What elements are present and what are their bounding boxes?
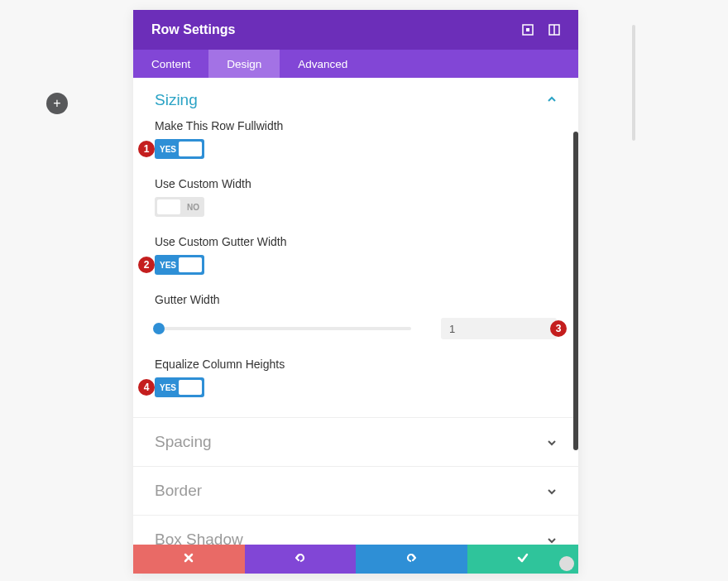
annotation-badge-1: 1 (138, 141, 155, 157)
field-equalize: Equalize Column Heights 4 YES (155, 358, 557, 397)
chevron-down-icon (547, 435, 557, 449)
chevron-down-icon (547, 533, 557, 545)
add-section-button[interactable]: + (46, 93, 68, 114)
section-title: Border (155, 482, 202, 500)
panel-scrollbar[interactable] (573, 132, 578, 450)
gutter-slider[interactable] (155, 327, 411, 330)
toggle-fullwidth[interactable]: YES (155, 139, 204, 159)
svg-rect-1 (526, 28, 529, 31)
toggle-knob (157, 199, 180, 214)
toggle-knob (179, 380, 202, 395)
toggle-label: YES (160, 383, 176, 392)
section-head-sizing[interactable]: Sizing (133, 78, 578, 116)
gutter-slider-row: 3 (155, 318, 557, 339)
toggle-custom-width[interactable]: NO (155, 197, 204, 217)
tab-design[interactable]: Design (208, 50, 280, 78)
field-custom-width: Use Custom Width NO (155, 177, 557, 217)
field-label: Use Custom Gutter Width (155, 235, 557, 248)
section-title: Sizing (155, 91, 198, 109)
header-icon-group (522, 24, 560, 36)
check-icon (516, 551, 529, 568)
tab-advanced[interactable]: Advanced (280, 50, 366, 78)
section-head-border[interactable]: Border (133, 466, 578, 515)
toggle-custom-gutter[interactable]: YES (155, 255, 204, 275)
toggle-equalize[interactable]: YES (155, 377, 204, 397)
annotation-badge-4: 4 (138, 379, 155, 396)
chevron-down-icon (547, 484, 557, 497)
tab-content[interactable]: Content (133, 50, 208, 78)
redo-button[interactable] (356, 545, 467, 574)
field-label: Gutter Width (155, 293, 557, 306)
toggle-label: YES (160, 145, 176, 154)
toggle-label: YES (160, 261, 176, 270)
slider-thumb[interactable] (153, 323, 165, 334)
annotation-badge-2: 2 (138, 257, 155, 273)
undo-button[interactable] (245, 545, 357, 574)
annotation-badge-3: 3 (550, 320, 567, 337)
field-custom-gutter: Use Custom Gutter Width 2 YES (155, 235, 557, 275)
expand-icon[interactable] (548, 24, 560, 36)
toggle-knob (179, 142, 202, 156)
undo-icon (294, 551, 307, 568)
snap-icon[interactable] (522, 24, 534, 36)
modal-header: Row Settings (133, 10, 578, 50)
section-head-spacing[interactable]: Spacing (133, 417, 578, 466)
page-scrollbar[interactable] (632, 25, 635, 141)
cancel-button[interactable] (133, 545, 245, 574)
help-icon[interactable] (559, 556, 574, 571)
section-head-boxshadow[interactable]: Box Shadow (133, 515, 578, 545)
field-label: Equalize Column Heights (155, 358, 557, 371)
section-title: Spacing (155, 433, 212, 451)
panel-body: Sizing Make This Row Fullwidth 1 YES Use… (133, 78, 578, 545)
section-title: Box Shadow (155, 531, 243, 545)
field-label: Use Custom Width (155, 177, 557, 190)
toggle-knob (179, 257, 202, 272)
tab-bar: Content Design Advanced (133, 50, 578, 78)
modal-title: Row Settings (151, 22, 235, 37)
chevron-up-icon (547, 94, 557, 107)
row-settings-modal: Row Settings Content Design Advanced Siz… (133, 10, 578, 574)
field-fullwidth: Make This Row Fullwidth 1 YES (155, 119, 557, 159)
redo-icon (405, 551, 418, 568)
field-gutter-width: Gutter Width 3 (155, 293, 557, 339)
section-body-sizing: Make This Row Fullwidth 1 YES Use Custom… (133, 116, 578, 417)
close-icon (183, 552, 194, 567)
field-label: Make This Row Fullwidth (155, 119, 557, 132)
gutter-width-input[interactable] (441, 318, 557, 339)
modal-footer (133, 545, 578, 574)
toggle-label: NO (187, 203, 199, 212)
